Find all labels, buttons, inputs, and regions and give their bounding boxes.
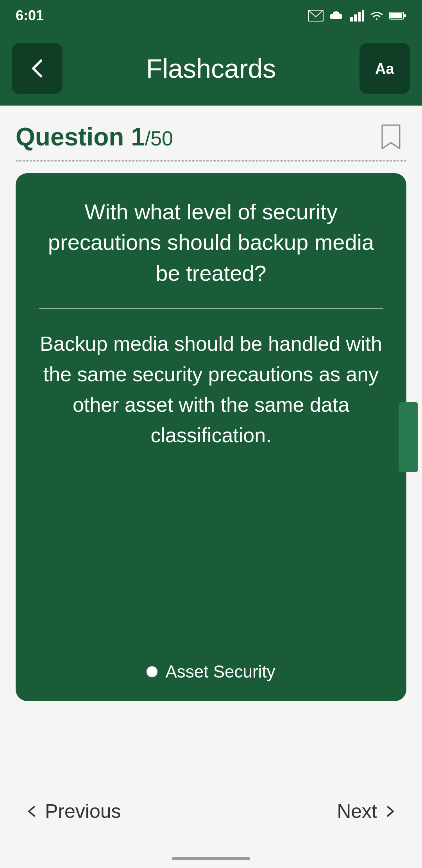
chevron-right-icon — [383, 803, 399, 819]
header: Flashcards Aa — [0, 31, 422, 106]
previous-button[interactable]: Previous — [23, 800, 121, 823]
flashcard-question: With what level of security precautions … — [39, 197, 383, 289]
bookmark-button[interactable] — [375, 121, 406, 152]
question-number-display: Question 1/50 — [16, 122, 173, 151]
chevron-left-icon — [23, 803, 39, 819]
svg-rect-6 — [390, 13, 402, 18]
question-number: Question 1/50 — [16, 123, 173, 151]
back-icon — [25, 57, 49, 80]
font-size-button[interactable]: Aa — [359, 43, 410, 94]
cloud-icon — [329, 10, 345, 22]
svg-rect-4 — [362, 10, 364, 22]
main-content: Question 1/50 With what level of securit… — [0, 106, 422, 701]
back-button[interactable] — [12, 43, 63, 94]
flashcard-tag: Asset Security — [147, 662, 275, 681]
status-bar: 6:01 — [0, 0, 422, 31]
signal-icon — [350, 10, 364, 22]
question-number-text: Question 1 — [16, 123, 145, 151]
flashcard-divider — [39, 308, 383, 309]
status-time: 6:01 — [16, 7, 44, 24]
mail-icon — [308, 10, 324, 22]
wifi-icon — [370, 10, 384, 22]
svg-text:Aa: Aa — [375, 61, 394, 77]
status-bar-left: 6:01 — [16, 7, 44, 24]
bottom-navigation: Previous Next — [0, 778, 422, 845]
section-divider — [16, 160, 406, 161]
svg-rect-3 — [358, 12, 361, 22]
flashcard-answer: Backup media should be handled with the … — [39, 328, 383, 450]
svg-rect-1 — [350, 17, 353, 22]
next-button[interactable]: Next — [337, 800, 399, 823]
question-header: Question 1/50 — [16, 121, 406, 152]
tag-label: Asset Security — [165, 662, 275, 681]
scroll-indicator — [399, 402, 418, 472]
previous-label: Previous — [45, 800, 121, 823]
home-indicator — [172, 857, 250, 860]
svg-rect-7 — [404, 14, 406, 17]
status-icons — [308, 10, 406, 22]
next-label: Next — [337, 800, 377, 823]
tag-dot — [147, 666, 157, 677]
question-total: /50 — [145, 127, 173, 150]
flashcard[interactable]: With what level of security precautions … — [16, 173, 406, 701]
battery-icon — [389, 11, 406, 20]
bookmark-icon — [380, 123, 402, 151]
header-title: Flashcards — [63, 53, 359, 84]
svg-rect-2 — [354, 14, 357, 22]
font-icon: Aa — [373, 57, 397, 80]
